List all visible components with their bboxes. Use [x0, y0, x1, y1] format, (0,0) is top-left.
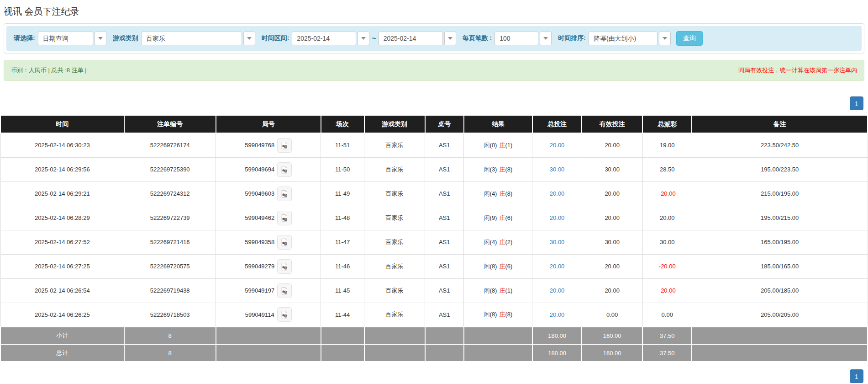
search-button[interactable]: 查询	[676, 31, 703, 46]
total-bet-link[interactable]: 30.00	[550, 239, 565, 245]
page-title: 视讯 会员下注纪录	[0, 0, 868, 22]
cell-total-bet: 20.00	[532, 181, 582, 206]
cell-note: 165.00/195.00	[692, 230, 868, 254]
sort-order-select[interactable]: 降幂(由大到小)	[589, 32, 671, 45]
col-header-table-no: 桌号	[425, 115, 464, 133]
cell-round-id: 599049358	[216, 230, 321, 254]
cell-valid-bet: 20.00	[582, 133, 642, 157]
total-bet-link[interactable]: 20.00	[550, 311, 565, 318]
total-bet-link[interactable]: 20.00	[550, 263, 565, 270]
date-from-select[interactable]: 2025-02-14	[292, 32, 369, 45]
video-file-icon	[280, 310, 289, 319]
total-bet-link[interactable]: 30.00	[550, 166, 565, 173]
page-size-select[interactable]: 100	[494, 32, 552, 45]
cell-valid-bet: 20.00	[582, 254, 642, 278]
cell-total-bet: 20.00	[532, 133, 582, 157]
cell-round-id: 599049768	[216, 133, 321, 157]
table-row: 2025-02-14 06:27:52 522269721416 5990493…	[0, 230, 868, 254]
video-file-icon	[280, 287, 289, 295]
chevron-down-icon[interactable]	[358, 32, 369, 45]
chevron-down-icon[interactable]	[540, 32, 552, 45]
chevron-down-icon	[543, 37, 548, 40]
cell-valid-bet: 20.00	[582, 181, 642, 206]
cell-round-id: 599049694	[216, 157, 321, 181]
result-banker-count: (1)	[505, 142, 512, 149]
result-player-count: (4)	[490, 190, 497, 197]
round-id-text: 599049603	[245, 190, 274, 197]
total-bet-link[interactable]: 20.00	[550, 287, 565, 294]
cell-game-type: 百家乐	[364, 230, 425, 254]
cell-total-bet: 20.00	[532, 254, 582, 278]
total-total-bet: 180.00	[532, 344, 582, 362]
cell-game-type: 百家乐	[364, 278, 425, 303]
cell-bet-id: 522269724312	[124, 181, 216, 206]
subtotal-valid-bet: 160.00	[582, 327, 642, 344]
total-bet-link[interactable]: 20.00	[550, 142, 565, 149]
result-player-label: 闲	[484, 239, 490, 245]
game-type-select[interactable]: 百家乐	[141, 32, 255, 45]
chevron-down-icon	[663, 37, 667, 40]
query-type-select[interactable]: 日期查询	[38, 32, 106, 45]
cell-bet-id: 522269718503	[124, 303, 216, 327]
cell-time: 2025-02-14 06:29:21	[0, 181, 124, 206]
chevron-down-icon[interactable]	[243, 32, 255, 45]
video-record-button[interactable]	[277, 187, 292, 201]
cell-game-type: 百家乐	[364, 254, 425, 278]
cell-result: 闲(8)庄(6)	[464, 254, 532, 278]
table-header: 时间 注单编号 局号 场次 游戏类别 桌号 结果 总投注 有效投注 总派彩 备注	[0, 115, 868, 133]
video-record-button[interactable]	[277, 162, 292, 177]
game-type-label: 游戏类别	[113, 34, 138, 43]
cell-bet-id: 522269720575	[124, 254, 216, 278]
video-record-button[interactable]	[277, 211, 292, 225]
cell-note: 205.00/185.00	[692, 278, 868, 303]
sort-order-value: 降幂(由大到小)	[589, 32, 658, 45]
cell-note: 223.50/242.50	[692, 133, 868, 157]
table-footer: 小计 8 180.00 160.00 37.50 总计 8 1	[0, 327, 868, 362]
pagination-page-1[interactable]: 1	[850, 96, 863, 110]
betting-records-page: 视讯 会员下注纪录 请选择: 日期查询 游戏类别 百家乐 时间区间: 2025-…	[0, 0, 868, 384]
video-record-button[interactable]	[277, 259, 292, 274]
cell-table-no: AS1	[425, 181, 464, 206]
cell-table-no: AS1	[425, 133, 464, 157]
chevron-down-icon[interactable]	[659, 32, 671, 45]
cell-time: 2025-02-14 06:30:23	[0, 133, 124, 157]
query-type-dropdown-button[interactable]	[95, 32, 106, 45]
round-id-text: 599049114	[245, 311, 274, 318]
chevron-down-icon	[247, 37, 252, 40]
currency-summary-text: 币别：人民币 | 总共 :8 注单 |	[11, 66, 87, 75]
table-row: 2025-02-14 06:26:54 522269719438 5990491…	[0, 278, 868, 303]
subtotal-payout: 37.50	[642, 327, 692, 344]
chevron-down-icon[interactable]	[444, 32, 456, 45]
cell-total-bet: 20.00	[532, 303, 582, 327]
total-bet-link[interactable]: 20.00	[550, 190, 565, 197]
cell-game-type: 百家乐	[364, 157, 425, 181]
footer-empty-cell	[425, 344, 464, 362]
cell-bet-id: 522269719438	[124, 278, 216, 303]
cell-valid-bet: 0.00	[582, 303, 642, 327]
video-record-button[interactable]	[277, 283, 292, 298]
result-banker-label: 庄	[499, 166, 505, 173]
cell-total-bet: 20.00	[532, 206, 582, 230]
cell-game-type: 百家乐	[364, 206, 425, 230]
col-header-note: 备注	[692, 115, 868, 133]
video-file-icon	[280, 262, 289, 271]
video-record-button[interactable]	[277, 235, 292, 250]
result-player-label: 闲	[484, 311, 490, 318]
round-id-text: 599049768	[245, 142, 274, 149]
cell-valid-bet: 20.00	[582, 278, 642, 303]
table-row: 2025-02-14 06:26:25 522269718503 5990491…	[0, 303, 868, 327]
video-file-icon	[280, 214, 289, 222]
cell-round-id: 599049114	[216, 303, 321, 327]
date-to-select[interactable]: 2025-02-14	[379, 32, 456, 45]
query-type-label: 请选择:	[14, 34, 35, 43]
cell-payout: 0.00	[642, 303, 692, 327]
cell-bet-id: 522269722739	[124, 206, 216, 230]
total-bet-link[interactable]: 20.00	[550, 214, 565, 221]
notice-text: 同局有效投注，统一计算在该局第一张注单内	[738, 66, 857, 75]
result-banker-count: (8)	[505, 311, 512, 318]
video-record-button[interactable]	[277, 307, 292, 322]
video-record-button[interactable]	[277, 138, 292, 153]
filter-bar: 请选择: 日期查询 游戏类别 百家乐 时间区间: 2025-02-14 ~ 20…	[6, 26, 862, 51]
pagination-page-1[interactable]: 1	[850, 369, 863, 383]
result-banker-count: (1)	[505, 287, 512, 294]
